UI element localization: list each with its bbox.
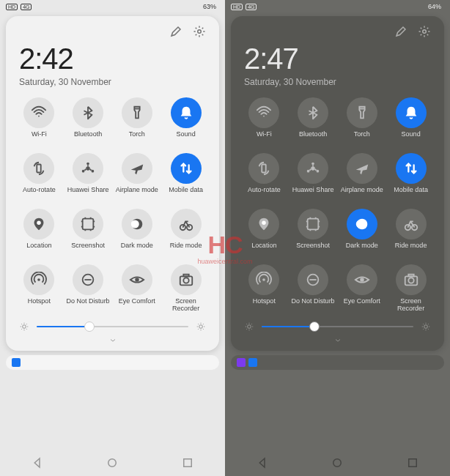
bluetooth-icon	[298, 97, 328, 128]
tile-screenshot[interactable]: Screenshot	[290, 207, 336, 259]
tile-autorotate[interactable]: Auto-rotate	[241, 152, 287, 203]
share-icon	[73, 153, 103, 184]
tile-ridemode[interactable]: Ride mode	[163, 207, 209, 259]
notification-bar[interactable]	[231, 355, 444, 370]
tile-eyecomfort[interactable]: Eye Comfort	[339, 263, 386, 314]
nav-home[interactable]	[331, 456, 344, 469]
tile-mobiledata[interactable]: Mobile data	[163, 152, 209, 203]
nav-back[interactable]	[31, 456, 44, 469]
tile-label: Huawei Share	[67, 187, 109, 201]
tile-huaweishare[interactable]: Huawei Share	[290, 152, 336, 203]
slider-thumb[interactable]	[309, 321, 320, 332]
tile-label: Airplane mode	[116, 187, 158, 201]
data-icon	[396, 153, 427, 184]
tile-label: Eye Comfort	[344, 298, 380, 313]
tile-eyecomfort[interactable]: Eye Comfort	[114, 263, 161, 314]
tile-label: Eye Comfort	[119, 298, 155, 313]
tile-label: Mobile data	[169, 187, 203, 201]
ride-icon	[396, 209, 427, 239]
tile-airplane[interactable]: Airplane mode	[114, 152, 161, 203]
panel-collapse-handle[interactable]	[241, 333, 434, 345]
nav-bar	[0, 450, 225, 476]
tile-autorotate[interactable]: Auto-rotate	[16, 152, 62, 203]
torch-icon	[122, 97, 152, 128]
slider-track[interactable]	[37, 326, 188, 327]
panel-collapse-handle[interactable]	[16, 333, 209, 345]
clock-time: 2:42	[16, 41, 209, 75]
tile-location[interactable]: Location	[241, 207, 287, 259]
tile-label: Dark mode	[121, 242, 153, 257]
tile-mobiledata[interactable]: Mobile data	[388, 152, 434, 203]
tile-hotspot[interactable]: Hotspot	[241, 263, 287, 314]
gear-icon	[418, 25, 431, 38]
tile-sound[interactable]: Sound	[388, 96, 434, 147]
nav-recent[interactable]	[181, 456, 194, 469]
tile-label: Bluetooth	[299, 131, 327, 146]
wifi-icon	[248, 97, 279, 128]
battery-pct: 64%	[428, 3, 441, 10]
settings-button[interactable]	[418, 25, 431, 38]
tile-dnd[interactable]: Do Not Disturb	[65, 263, 111, 314]
screenshot-icon	[73, 209, 103, 239]
clock-time: 2:47	[241, 41, 434, 75]
eye-icon	[122, 264, 152, 295]
tile-bluetooth[interactable]: Bluetooth	[290, 96, 336, 147]
tile-hotspot[interactable]: Hotspot	[16, 263, 62, 314]
tile-wifi[interactable]: Wi-Fi	[16, 96, 62, 147]
slider-fill	[262, 326, 314, 327]
gear-icon	[193, 25, 206, 38]
eye-icon	[347, 264, 377, 295]
recent-icon	[406, 456, 419, 469]
brightness-low-icon	[19, 321, 29, 332]
tile-label: Screenshot	[71, 242, 105, 257]
brightness-slider[interactable]	[241, 314, 434, 333]
tile-label: Wi-Fi	[257, 131, 272, 146]
dnd-icon	[73, 264, 103, 295]
brightness-slider[interactable]	[16, 314, 209, 333]
rotate-icon	[23, 153, 54, 184]
settings-button[interactable]	[193, 25, 206, 38]
plane-icon	[347, 153, 377, 184]
status-bar: HD4G 64%	[225, 0, 450, 13]
tile-dnd[interactable]: Do Not Disturb	[290, 263, 336, 314]
tile-label: Hotspot	[28, 298, 51, 313]
camera-icon	[171, 264, 202, 295]
tile-screenshot[interactable]: Screenshot	[65, 207, 111, 259]
home-icon	[331, 456, 344, 469]
tile-bluetooth[interactable]: Bluetooth	[65, 96, 111, 147]
tile-torch[interactable]: Torch	[339, 96, 386, 147]
wifi-icon	[23, 97, 54, 128]
tile-recorder[interactable]: Screen Recorder	[388, 263, 434, 314]
tile-darkmode[interactable]: Dark mode	[114, 207, 161, 259]
status-bar: HD4G 63%	[0, 0, 225, 13]
tile-wifi[interactable]: Wi-Fi	[241, 96, 287, 147]
tile-torch[interactable]: Torch	[114, 96, 161, 147]
torch-icon	[347, 97, 377, 128]
data-icon	[171, 153, 202, 184]
brightness-high-icon	[196, 321, 206, 332]
edit-button[interactable]	[394, 25, 407, 38]
tile-label: Wi-Fi	[32, 131, 47, 146]
tile-label: Ride mode	[170, 242, 202, 257]
nav-home[interactable]	[106, 456, 119, 469]
slider-thumb[interactable]	[84, 321, 95, 332]
tile-airplane[interactable]: Airplane mode	[339, 152, 386, 203]
nav-back[interactable]	[256, 456, 269, 469]
tile-label: Location	[26, 242, 51, 257]
plane-icon	[122, 153, 152, 184]
pin-icon	[248, 209, 279, 239]
notification-app-icon	[248, 358, 257, 367]
tile-recorder[interactable]: Screen Recorder	[163, 263, 209, 314]
brightness-high-icon	[421, 321, 431, 332]
tile-location[interactable]: Location	[16, 207, 62, 259]
quick-settings-panel: 2:47 Saturday, 30 November Wi-Fi Bluetoo…	[231, 16, 444, 351]
nav-recent[interactable]	[406, 456, 419, 469]
edit-button[interactable]	[169, 25, 182, 38]
tile-ridemode[interactable]: Ride mode	[388, 207, 434, 259]
tile-darkmode[interactable]: Dark mode	[339, 207, 386, 259]
tile-huaweishare[interactable]: Huawei Share	[65, 152, 111, 203]
notification-bar[interactable]	[6, 355, 219, 370]
back-icon	[256, 456, 269, 469]
slider-track[interactable]	[262, 326, 413, 327]
tile-sound[interactable]: Sound	[163, 96, 209, 147]
